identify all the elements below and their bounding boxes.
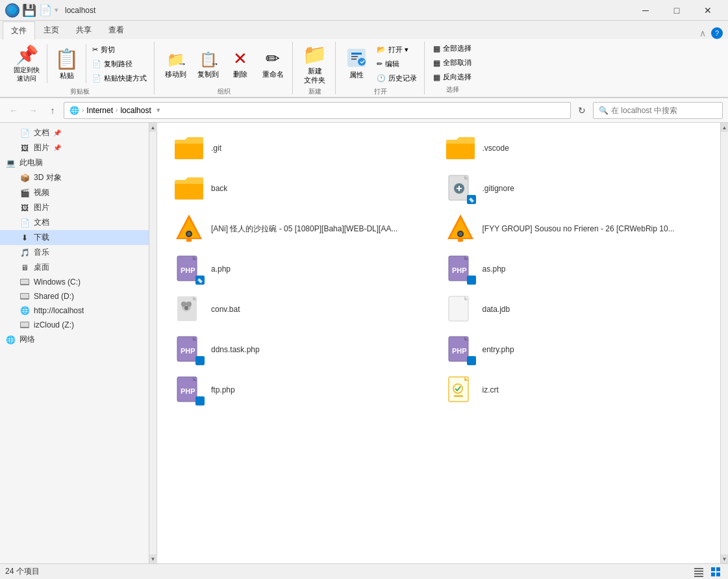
close-button[interactable]: ✕ <box>693 0 723 21</box>
pin-button[interactable]: 📌 固定到快速访问 <box>9 42 44 86</box>
ribbon-group-new: 📁 新建文件夹 新建 <box>294 42 336 94</box>
sidebar-item-izcloud-z[interactable]: izCloud (Z:) <box>0 318 149 332</box>
minimize-button[interactable]: ─ <box>631 0 660 21</box>
cut-button[interactable]: ✂ 剪切 <box>89 43 150 57</box>
php-icon-entry: PHP <box>445 334 476 365</box>
file-item-as-php[interactable]: PHP as.php <box>439 249 710 289</box>
title-bar-icons: 🌐 💾 📄 ▾ <box>5 3 58 18</box>
paste-button[interactable]: 📋 粘贴 <box>50 42 83 86</box>
tab-file[interactable]: 文件 <box>3 21 35 40</box>
svg-rect-65 <box>711 573 715 576</box>
sidebar-item-docs2[interactable]: 📄 文档 <box>0 215 149 230</box>
paste-shortcut-button[interactable]: 📄 粘贴快捷方式 <box>89 71 150 85</box>
tab-view[interactable]: 查看 <box>100 21 132 39</box>
file-item-ddns-php[interactable]: PHP ddns.task.php <box>168 329 439 370</box>
main-scrollbar[interactable]: ▲ ▼ <box>720 123 728 563</box>
sidebar-item-pics2[interactable]: 🖼 图片 <box>0 200 149 215</box>
svg-point-36 <box>181 302 186 307</box>
history-button[interactable]: 🕐 历史记录 <box>373 71 420 85</box>
sidebar-item-localhost[interactable]: 🌐 http://localhost <box>0 303 149 318</box>
file-item-entry-php[interactable]: PHP entry.php <box>439 329 710 370</box>
sidebar-item-docs[interactable]: 📄 文档 📌 <box>0 125 149 140</box>
sidebar-item-videos[interactable]: 🎬 视频 <box>0 185 149 200</box>
history-icon: 🕐 <box>377 74 386 83</box>
search-input[interactable] <box>611 106 717 115</box>
file-item-conv-bat[interactable]: conv.bat <box>168 289 439 329</box>
tab-share[interactable]: 共享 <box>68 21 100 39</box>
copy-to-button[interactable]: 📋 → 复制到 <box>192 42 223 86</box>
paste-icon: 📋 <box>55 47 79 70</box>
tab-home[interactable]: 主页 <box>35 21 68 39</box>
svg-point-23 <box>458 232 462 236</box>
sidebar-item-downloads[interactable]: ⬇ 下载 <box>0 230 149 245</box>
sidebar-item-music[interactable]: 🎵 音乐 <box>0 245 149 260</box>
file-item-gitignore[interactable]: .gitignore <box>439 168 710 209</box>
sidebar-item-windows-c[interactable]: Windows (C:) <box>0 275 149 289</box>
file-item-ftp-php[interactable]: PHP ftp.php <box>168 370 439 410</box>
sidebar-item-3d[interactable]: 📦 3D 对象 <box>0 170 149 185</box>
bat-icon <box>173 294 205 325</box>
vlc-icon-fyy <box>445 213 476 244</box>
file-item-back[interactable]: back <box>168 168 439 209</box>
svg-rect-24 <box>458 239 463 242</box>
select-all-button[interactable]: ▦ 全部选择 <box>430 42 475 55</box>
rename-button[interactable]: ✏ 重命名 <box>257 42 288 86</box>
back-button[interactable]: ← <box>5 102 22 119</box>
ribbon-group-clipboard: 📌 固定到快速访问 📋 粘贴 ✂ 剪切 📄 <box>5 42 155 94</box>
new-folder-button[interactable]: 📁 新建文件夹 <box>298 42 331 86</box>
sidebar-label-windows-c: Windows (C:) <box>34 277 81 287</box>
properties-button[interactable]: 属性 <box>341 42 372 86</box>
file-item-data-jdb[interactable]: data.jdb <box>439 289 710 329</box>
copy-path-button[interactable]: 📄 复制路径 <box>89 57 150 71</box>
pics2-icon: 🖼 <box>19 203 30 213</box>
edit-button[interactable]: ✏ 编辑 <box>373 57 420 71</box>
file-name-ddns-php: ddns.task.php <box>211 345 260 354</box>
select-col: ▦ 全部选择 ▦ 全部取消 ▦ 反向选择 <box>430 42 475 84</box>
ribbon-collapse-icon[interactable]: ∧ <box>699 28 706 38</box>
breadcrumb-localhost: localhost <box>120 106 151 115</box>
help-button[interactable]: ? <box>711 27 723 39</box>
refresh-button[interactable]: ↻ <box>573 102 590 119</box>
sidebar-item-this-pc[interactable]: 💻 此电脑 <box>0 155 149 170</box>
scroll-up-btn[interactable]: ▲ <box>149 123 157 132</box>
file-item-fyy[interactable]: [FYY GROUP] Sousou no Frieren - 26 [CRWe… <box>439 209 710 249</box>
file-area: .git .vscode <box>157 123 720 563</box>
ribbon-content: 📌 固定到快速访问 📋 粘贴 ✂ 剪切 📄 <box>0 39 728 97</box>
forward-button[interactable]: → <box>25 102 42 119</box>
sidebar-scrollbar[interactable]: ▲ ▼ <box>149 123 157 563</box>
move-to-button[interactable]: 📁 → 移动到 <box>160 42 191 86</box>
maximize-button[interactable]: □ <box>662 0 692 21</box>
sidebar-item-shared-d[interactable]: Shared (D:) <box>0 289 149 303</box>
file-item-iz-crt[interactable]: iz.crt <box>439 370 710 410</box>
cut-icon: ✂ <box>92 45 98 54</box>
details-view-button[interactable] <box>692 565 706 579</box>
php-icon-ftp: PHP <box>173 374 205 405</box>
svg-text:PHP: PHP <box>452 347 467 355</box>
invert-select-button[interactable]: ▦ 反向选择 <box>430 70 475 84</box>
file-item-ani[interactable]: [ANi] 怪人的沙拉碗 - 05 [1080P][Baha][WEB-DL][… <box>168 209 439 249</box>
file-item-a-php[interactable]: PHP a.php <box>168 249 439 289</box>
file-item-vscode[interactable]: .vscode <box>439 128 710 168</box>
localhost-icon: 🌐 <box>19 305 30 316</box>
delete-button[interactable]: ✕ 删除 <box>225 42 256 86</box>
breadcrumb-dropdown[interactable]: ▾ <box>157 106 160 114</box>
large-icons-view-button[interactable] <box>709 565 723 579</box>
this-pc-icon: 💻 <box>5 158 16 168</box>
up-button[interactable]: ↑ <box>44 102 61 119</box>
organize-buttons: 📁 → 移动到 📋 → 复制到 ✕ 删除 ✏ <box>160 42 288 86</box>
main-scroll-down[interactable]: ▼ <box>721 554 729 563</box>
scroll-down-btn[interactable]: ▼ <box>149 554 157 563</box>
sidebar-item-network[interactable]: 🌐 网络 <box>0 332 149 347</box>
open-buttons: 属性 📂 打开 ▾ ✏ 编辑 🕐 历史记录 <box>341 42 420 86</box>
address-bar[interactable]: 🌐 › Internet › localhost ▾ <box>64 102 571 119</box>
open-label: 打开 <box>341 86 420 96</box>
main-scroll-up[interactable]: ▲ <box>721 123 729 132</box>
vscode-badge <box>467 195 476 204</box>
sidebar-item-desktop[interactable]: 🖥 桌面 <box>0 260 149 275</box>
address-globe-icon: 🌐 <box>69 106 79 115</box>
open-button[interactable]: 📂 打开 ▾ <box>373 43 420 57</box>
invert-label: 反向选择 <box>443 72 471 82</box>
select-none-button[interactable]: ▦ 全部取消 <box>430 56 475 70</box>
sidebar-item-pics[interactable]: 🖼 图片 📌 <box>0 140 149 155</box>
file-item-git[interactable]: .git <box>168 128 439 168</box>
